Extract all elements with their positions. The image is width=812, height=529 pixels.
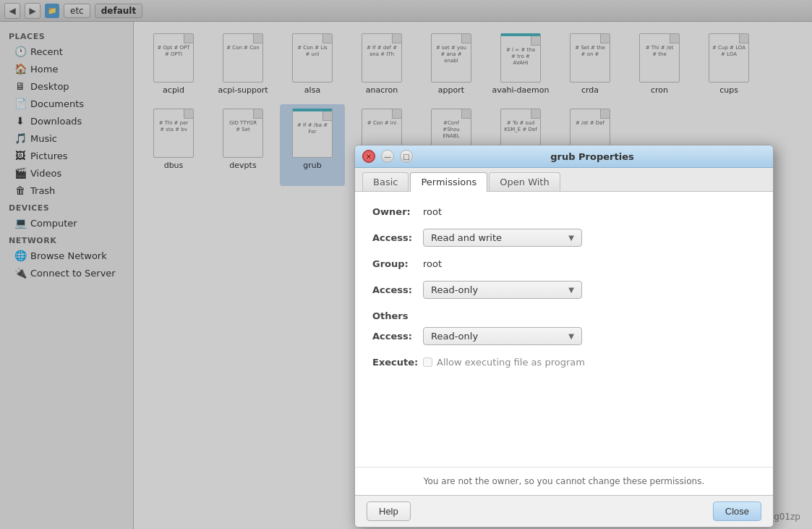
dialog-tab-basic[interactable]: Basic [362, 172, 409, 191]
group-access-label: Access: [372, 284, 423, 295]
dialog-title: grub Properties [419, 151, 766, 162]
others-access-dropdown[interactable]: Read-only ▼ [423, 327, 582, 345]
dialog-maximize-icon[interactable]: □ [400, 150, 413, 163]
owner-access-dropdown[interactable]: Read and write ▼ [423, 229, 582, 247]
owner-value: root [423, 206, 442, 217]
group-access-row: Access: Read-only ▼ [372, 281, 756, 299]
dialog-footer-message: You are not the owner, so you cannot cha… [355, 467, 773, 495]
execute-row: Execute: Allow executing file as program [372, 357, 756, 368]
group-label: Group: [372, 258, 423, 269]
properties-dialog: ✕ — □ grub Properties BasicPermissionsOp… [354, 145, 774, 528]
owner-label: Owner: [372, 206, 423, 217]
dialog-minimize-icon[interactable]: — [381, 150, 394, 163]
owner-access-label: Access: [372, 232, 423, 243]
execute-label: Execute: [372, 357, 423, 368]
owner-row: Owner: root [372, 206, 756, 217]
others-section-header: Others [372, 310, 756, 321]
others-access-arrow-icon: ▼ [568, 332, 574, 340]
group-access-value: Read-only [431, 284, 564, 295]
owner-access-row: Access: Read and write ▼ [372, 229, 756, 247]
others-access-row: Access: Read-only ▼ [372, 327, 756, 345]
execute-checkbox-label: Allow executing file as program [437, 357, 585, 368]
dialog-tabs: BasicPermissionsOpen With [355, 168, 773, 192]
owner-access-value: Read and write [431, 232, 564, 243]
group-row: Group: root [372, 258, 756, 269]
help-button[interactable]: Help [367, 502, 411, 521]
dialog-buttons: Help Close [355, 495, 773, 527]
dialog-tab-open-with[interactable]: Open With [489, 172, 560, 191]
owner-access-arrow-icon: ▼ [568, 234, 574, 242]
others-access-label: Access: [372, 331, 423, 342]
dialog-titlebar: ✕ — □ grub Properties [355, 145, 773, 168]
dialog-close-icon[interactable]: ✕ [362, 150, 375, 163]
dialog-tab-permissions[interactable]: Permissions [410, 172, 487, 192]
others-access-value: Read-only [431, 331, 564, 342]
close-button[interactable]: Close [713, 502, 761, 521]
group-access-dropdown[interactable]: Read-only ▼ [423, 281, 582, 299]
dialog-body: BasicPermissionsOpen With Owner: root Ac… [355, 168, 773, 527]
execute-checkbox[interactable] [423, 357, 432, 367]
group-value: root [423, 258, 442, 269]
group-access-arrow-icon: ▼ [568, 286, 574, 294]
dialog-content: Owner: root Access: Read and write ▼ Gro… [355, 192, 773, 467]
